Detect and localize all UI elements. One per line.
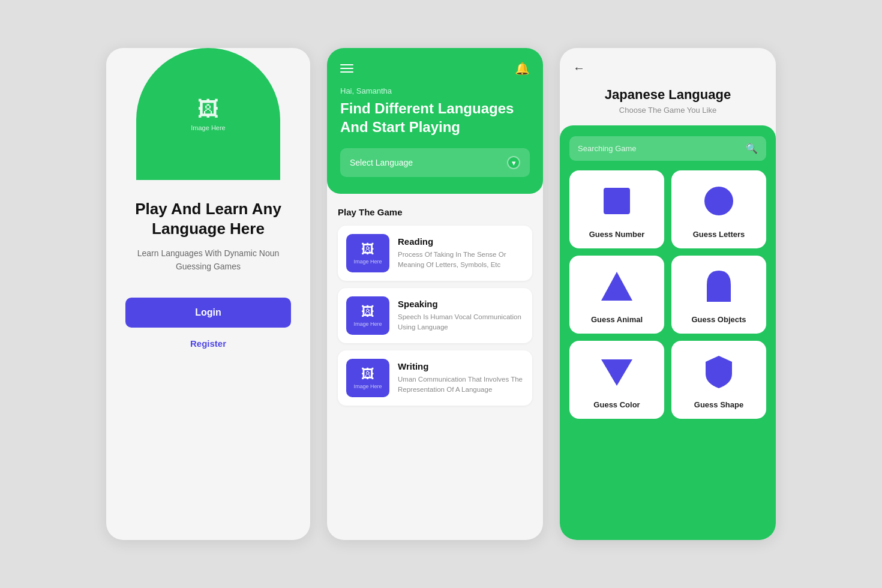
screen1-title: Play And Learn Any Language Here bbox=[125, 199, 291, 238]
tile-guess-letters[interactable]: Guess Letters bbox=[671, 170, 766, 248]
game-desc-writing: Uman Communication That Involves The Rep… bbox=[398, 374, 524, 395]
greeting-text: Hai, Samantha bbox=[340, 86, 530, 95]
shape-shield bbox=[701, 353, 737, 392]
hero-arch: 🖼 Image Here bbox=[136, 48, 280, 180]
game-grid: Guess Number Guess Letters Guess A bbox=[569, 170, 766, 419]
tile-label-guess-color: Guess Color bbox=[593, 400, 640, 409]
arch-container: 🖼 Image Here bbox=[125, 48, 291, 180]
shape-square bbox=[599, 183, 635, 221]
image-icon: 🖼 bbox=[197, 97, 219, 122]
game-thumb-reading: 🖼 Image Here bbox=[346, 234, 389, 272]
hamburger-line-1 bbox=[340, 64, 353, 65]
tile-label-guess-objects: Guess Objects bbox=[691, 315, 746, 324]
hamburger-line-2 bbox=[340, 68, 353, 69]
game-thumb-label-writing: Image Here bbox=[353, 383, 382, 389]
shape-triangle bbox=[599, 268, 635, 307]
game-title-writing: Writing bbox=[398, 361, 524, 371]
game-thumb-speaking: 🖼 Image Here bbox=[346, 296, 389, 335]
topbar: 🔔 bbox=[340, 61, 530, 76]
search-bar[interactable]: Searching Game 🔍 bbox=[569, 136, 766, 161]
tile-label-guess-animal: Guess Animal bbox=[591, 315, 643, 324]
game-thumb-icon-writing: 🖼 bbox=[361, 367, 374, 382]
tile-guess-shape[interactable]: Guess Shape bbox=[671, 341, 766, 419]
game-info-speaking: Speaking Speech Is Human Vocal Communica… bbox=[398, 299, 524, 333]
svg-marker-2 bbox=[601, 272, 632, 301]
search-icon: 🔍 bbox=[746, 143, 758, 154]
screen3-topbar: ← bbox=[560, 48, 776, 81]
svg-rect-0 bbox=[604, 188, 630, 214]
login-button[interactable]: Login bbox=[125, 298, 291, 328]
play-section: Play The Game 🖼 Image Here Reading Proce… bbox=[327, 194, 543, 419]
game-title-reading: Reading bbox=[398, 236, 524, 247]
game-thumb-icon-speaking: 🖼 bbox=[361, 304, 374, 320]
hamburger-line-3 bbox=[340, 71, 353, 73]
game-thumb-icon-reading: 🖼 bbox=[361, 242, 374, 257]
game-thumb-label-reading: Image Here bbox=[353, 259, 382, 265]
svg-marker-3 bbox=[601, 359, 632, 386]
tile-guess-number[interactable]: Guess Number bbox=[569, 170, 664, 248]
game-desc-speaking: Speech Is Human Vocal Communication Usin… bbox=[398, 312, 524, 333]
game-desc-reading: Process Of Taking In The Sense Or Meanin… bbox=[398, 250, 524, 271]
game-card-writing[interactable]: 🖼 Image Here Writing Uman Communication … bbox=[338, 350, 532, 406]
screen-3: ← Japanese Language Choose The Game You … bbox=[560, 48, 776, 540]
back-arrow-icon[interactable]: ← bbox=[573, 61, 585, 75]
register-link[interactable]: Register bbox=[190, 338, 226, 349]
image-label: Image Here bbox=[191, 124, 225, 131]
screen1-subtitle: Learn Languages With Dynamic Noun Guessi… bbox=[125, 247, 291, 274]
search-placeholder-text: Searching Game bbox=[578, 144, 637, 153]
tile-label-guess-number: Guess Number bbox=[589, 230, 644, 239]
chevron-down-icon bbox=[507, 156, 520, 169]
game-title-speaking: Speaking bbox=[398, 299, 524, 309]
screen3-body: Searching Game 🔍 Guess Number bbox=[560, 125, 776, 540]
tile-guess-color[interactable]: Guess Color bbox=[569, 341, 664, 419]
svg-point-1 bbox=[704, 187, 733, 215]
game-card-reading[interactable]: 🖼 Image Here Reading Process Of Taking I… bbox=[338, 226, 532, 281]
tile-label-guess-shape: Guess Shape bbox=[694, 400, 743, 409]
shape-triangle-down bbox=[599, 353, 635, 392]
game-thumb-label-speaking: Image Here bbox=[353, 321, 382, 327]
screen-1: 🖼 Image Here Play And Learn Any Language… bbox=[106, 48, 310, 540]
tile-guess-objects[interactable]: Guess Objects bbox=[671, 256, 766, 334]
screen3-title-section: Japanese Language Choose The Game You Li… bbox=[560, 81, 776, 117]
hamburger-icon[interactable] bbox=[340, 64, 353, 73]
screen3-main-title: Japanese Language bbox=[573, 87, 763, 103]
tile-label-guess-letters: Guess Letters bbox=[693, 230, 745, 239]
game-info-writing: Writing Uman Communication That Involves… bbox=[398, 361, 524, 395]
game-thumb-writing: 🖼 Image Here bbox=[346, 359, 389, 397]
screen3-subtitle: Choose The Game You Like bbox=[573, 106, 763, 115]
tile-guess-animal[interactable]: Guess Animal bbox=[569, 256, 664, 334]
header-title: Find Different Languages And Start Playi… bbox=[340, 99, 530, 136]
select-language-dropdown[interactable]: Select Language bbox=[340, 148, 530, 177]
select-language-text: Select Language bbox=[350, 158, 413, 167]
bell-icon[interactable]: 🔔 bbox=[515, 61, 530, 76]
screen-2: 🔔 Hai, Samantha Find Different Languages… bbox=[327, 48, 543, 540]
game-card-speaking[interactable]: 🖼 Image Here Speaking Speech Is Human Vo… bbox=[338, 288, 532, 343]
shape-circle bbox=[701, 183, 737, 221]
play-section-title: Play The Game bbox=[338, 207, 532, 217]
shape-arch-tile bbox=[701, 268, 737, 307]
game-info-reading: Reading Process Of Taking In The Sense O… bbox=[398, 236, 524, 271]
header-green: 🔔 Hai, Samantha Find Different Languages… bbox=[327, 48, 543, 194]
